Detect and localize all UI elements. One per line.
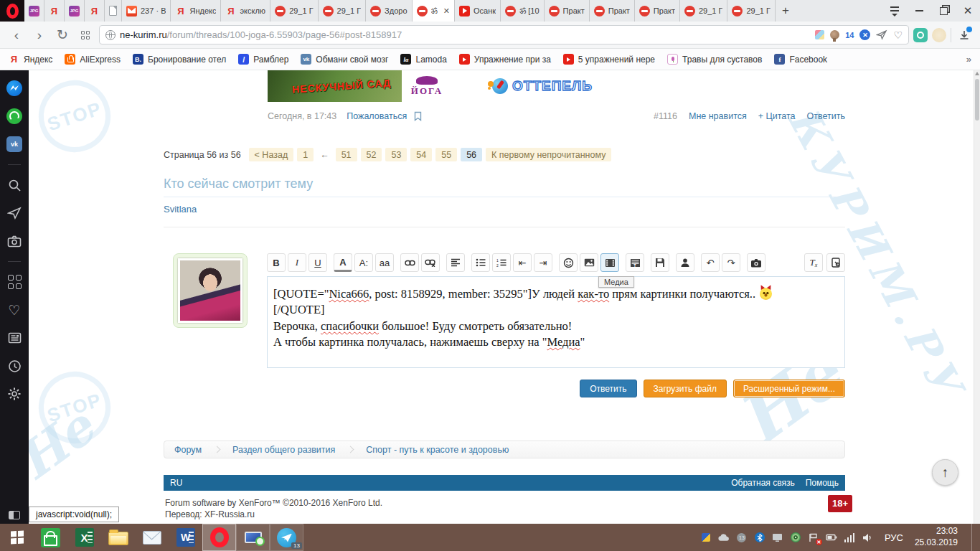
start-button[interactable] <box>0 524 34 551</box>
browser-tab[interactable]: Осанк <box>455 0 501 22</box>
badge-icon[interactable] <box>830 30 839 39</box>
bookmark-item[interactable]: /Рамблер <box>238 54 288 65</box>
pagination-page[interactable]: 55 <box>435 148 457 161</box>
browser-tab[interactable]: ЯЯндекс <box>171 0 221 22</box>
battery-icon[interactable] <box>826 532 837 543</box>
avatar[interactable] <box>173 253 248 328</box>
taskbar-store[interactable] <box>34 524 67 551</box>
bookmark-ribbon-icon[interactable] <box>414 111 422 121</box>
bookmark-item[interactable]: fFacebook <box>774 54 827 65</box>
taskbar-word[interactable]: W <box>169 524 202 551</box>
bluetooth-icon[interactable] <box>754 532 765 543</box>
tab-menu-button[interactable] <box>882 0 907 22</box>
browser-tab[interactable]: Я <box>44 0 65 22</box>
pagination-page[interactable]: 1 <box>297 148 314 161</box>
browser-tab[interactable]: JPG <box>65 0 85 22</box>
restore-button[interactable] <box>931 0 956 22</box>
punto-switcher-icon[interactable] <box>700 532 712 543</box>
volume-icon[interactable] <box>862 532 873 543</box>
my-flow-send-icon[interactable] <box>876 29 887 40</box>
remove-formatting-button[interactable]: Tx <box>804 253 823 272</box>
advanced-mode-button[interactable]: Расширенный режим... <box>733 380 845 397</box>
browser-tab-active[interactable]: ॐ✕ <box>413 0 455 22</box>
browser-tab[interactable]: 29_1 Г <box>319 0 366 22</box>
bookmarks-overflow-button[interactable]: » <box>966 54 971 65</box>
browser-tab[interactable]: ॐ [10 <box>501 0 545 22</box>
bookmarks-heart-icon[interactable]: ♡ <box>6 302 22 318</box>
text-color-button[interactable]: A <box>334 253 352 272</box>
settings-gear-icon[interactable] <box>6 386 22 402</box>
insert-image-button[interactable] <box>580 253 598 272</box>
browser-tab[interactable]: Здоро <box>366 0 412 22</box>
font-family-button[interactable]: aa <box>375 253 394 272</box>
onedrive-cloud-icon[interactable] <box>718 532 730 543</box>
antivirus-eset-icon[interactable] <box>790 532 801 543</box>
browser-tab[interactable]: JPG <box>24 0 44 22</box>
editor-content[interactable]: [QUOTE="Nica666, post: 8158929, member: … <box>267 276 845 368</box>
extension-cube-icon[interactable] <box>815 30 824 39</box>
alignment-button[interactable] <box>446 253 465 272</box>
pagination-page[interactable]: 53 <box>385 148 407 161</box>
help-link[interactable]: Помощь <box>806 478 839 488</box>
adblock-shield-icon[interactable]: ✕ <box>859 29 870 40</box>
bookmark-item[interactable]: Травы для суставов <box>667 54 762 65</box>
scrollbar-up-arrow[interactable] <box>975 72 979 75</box>
like-link[interactable]: Мне нравится <box>689 111 747 121</box>
browser-tab[interactable]: Практ <box>635 0 680 22</box>
breadcrumb-section[interactable]: Раздел общего развития <box>232 445 335 455</box>
undo-button[interactable]: ↶ <box>701 253 720 272</box>
browser-tab[interactable]: Практ <box>545 0 590 22</box>
bookmark-item[interactable]: laLamoda <box>400 54 446 65</box>
unlink-button[interactable] <box>421 253 440 272</box>
url-field[interactable]: ne-kurim.ru/forum/threads/100-joga-6.559… <box>99 25 909 44</box>
whatsapp-icon[interactable] <box>6 108 22 124</box>
messenger-icon[interactable] <box>6 80 22 96</box>
page-scrollbar[interactable] <box>974 70 980 524</box>
bookmark-item[interactable]: Упражнение при за <box>459 54 551 65</box>
quote-link[interactable]: + Цитата <box>758 111 796 121</box>
font-size-button[interactable]: A: <box>354 253 373 272</box>
display-monitor-icon[interactable] <box>772 532 783 543</box>
tray-circle-icon[interactable]: 13 <box>736 532 748 543</box>
new-tab-button[interactable]: + <box>776 0 796 22</box>
network-signal-icon[interactable] <box>844 532 855 543</box>
italic-button[interactable]: I <box>288 253 306 272</box>
pagination-page[interactable]: 51 <box>336 148 357 161</box>
extension-icon[interactable] <box>913 28 928 42</box>
user-mention-button[interactable] <box>676 253 694 272</box>
bookmark-item[interactable]: ЯЯндекс <box>9 54 52 65</box>
camera-capture-button[interactable] <box>747 253 765 272</box>
url-text[interactable]: ne-kurim.ru/forum/threads/100-joga-6.559… <box>120 29 811 40</box>
taskbar-clock[interactable]: 23:0325.03.2019 <box>915 526 958 548</box>
browser-tab[interactable] <box>105 0 122 22</box>
close-window-button[interactable]: ✕ <box>956 0 980 22</box>
signature-banner-ottepel[interactable]: ОТТЕПЕЛЬ <box>466 70 618 102</box>
browser-tab[interactable]: Яэксклю <box>221 0 270 22</box>
breadcrumb-forum[interactable]: Форум <box>174 445 202 455</box>
outdent-button[interactable]: ⇤ <box>513 253 532 272</box>
opera-menu-button[interactable] <box>0 0 24 22</box>
save-draft-button[interactable] <box>651 253 669 272</box>
numbered-list-button[interactable]: 12 <box>492 253 511 272</box>
underline-button[interactable]: U <box>308 253 327 272</box>
insert-link-button[interactable] <box>400 253 419 272</box>
pagination-page[interactable]: 52 <box>361 148 382 161</box>
browser-tab[interactable]: Я <box>85 0 105 22</box>
browser-tab[interactable]: 29_1 Г <box>680 0 727 22</box>
viewer-user-link[interactable]: Svitlana <box>164 204 197 215</box>
pagination-first-unread[interactable]: К первому непрочитанному <box>486 148 611 161</box>
history-clock-icon[interactable] <box>6 358 22 374</box>
minimize-button[interactable] <box>907 0 931 22</box>
search-icon[interactable] <box>6 177 22 193</box>
reply-button[interactable]: Ответить <box>580 380 636 397</box>
sidebar-panel-toggle[interactable] <box>9 511 20 519</box>
extension-disabled-icon[interactable] <box>932 28 946 42</box>
my-flow-icon[interactable] <box>6 205 22 221</box>
breadcrumb-subforum[interactable]: Спорт - путь к красоте и здоровью <box>366 445 509 455</box>
taskbar-excel[interactable]: X <box>67 524 101 551</box>
indent-button[interactable]: ⇥ <box>534 253 552 272</box>
action-center-flag-icon[interactable]: ✕ <box>808 532 819 543</box>
keyboard-language[interactable]: РУС <box>885 532 903 543</box>
signature-banner-yoga[interactable]: ЙОГА <box>402 70 452 102</box>
signature-banner-garden[interactable]: НЕСКУЧНЫЙ САД <box>268 70 416 102</box>
